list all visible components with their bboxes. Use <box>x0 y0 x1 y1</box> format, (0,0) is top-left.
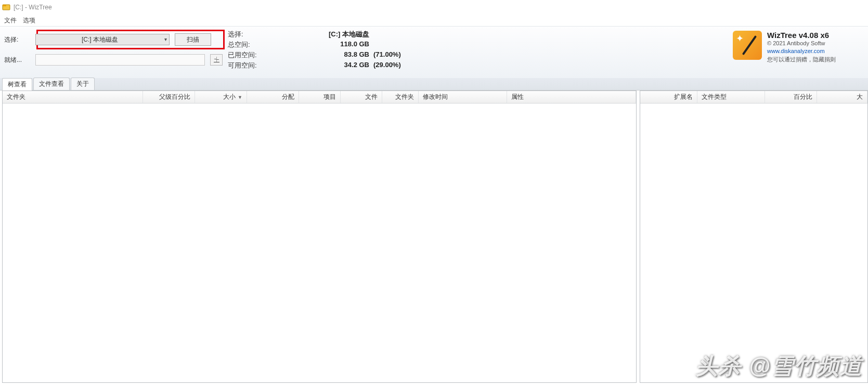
copyright-text: © 2021 Antibody Softw <box>767 40 836 47</box>
menu-bar: 文件 选项 <box>0 15 868 26</box>
top-toolbar: 选择: [C:] 本地磁盘 ▾ 扫描 就绪... ⏈ 选择: [C:] 本地磁盘… <box>0 26 868 78</box>
website-link[interactable]: www.diskanalyzer.com <box>767 47 836 55</box>
tree-body[interactable] <box>3 104 636 382</box>
info-select-k: 选择: <box>228 30 269 39</box>
info-select-v: [C:] 本地磁盘 <box>269 30 373 39</box>
tab-about[interactable]: 关于 <box>71 78 95 90</box>
drive-select-value: [C:] 本地磁盘 <box>82 35 118 44</box>
info-total-k: 总空间: <box>228 40 269 49</box>
col-alloc[interactable]: 分配 <box>247 91 299 103</box>
tab-file-view[interactable]: 文件查看 <box>33 78 70 90</box>
ready-label: 就绪... <box>4 56 30 65</box>
info-total-v: 118.0 GB <box>269 40 373 49</box>
col-parent-pct[interactable]: 父级百分比 <box>143 91 195 103</box>
svg-rect-1 <box>3 5 6 6</box>
window-title: [C:] - WizTree <box>14 4 52 11</box>
ext-panel: 扩展名 文件类型 百分比 大 <box>640 91 868 383</box>
col-folder[interactable]: 文件夹 <box>3 91 143 103</box>
col-pct[interactable]: 百分比 <box>765 91 817 103</box>
col-attrs[interactable]: 属性 <box>507 91 636 103</box>
wiztree-logo-icon <box>733 31 762 60</box>
view-tabs: 树查看 文件查看 关于 <box>0 78 868 91</box>
info-free-k: 可用空间: <box>228 61 269 70</box>
about-box: WizTree v4.08 x6 © 2021 Antibody Softw w… <box>733 30 868 63</box>
ext-column-headers: 扩展名 文件类型 百分比 大 <box>640 91 867 104</box>
col-size[interactable]: 大小▼ <box>195 91 247 103</box>
title-bar: [C:] - WizTree <box>0 0 868 15</box>
main-area: 文件夹 父级百分比 大小▼ 分配 项目 文件 文件夹 修改时间 属性 扩展名 文… <box>0 91 868 386</box>
col-type[interactable]: 文件类型 <box>697 91 765 103</box>
disk-info: 选择: [C:] 本地磁盘 总空间: 118.0 GB 已用空间: 83.8 G… <box>228 30 733 70</box>
info-used-k: 已用空间: <box>228 50 269 60</box>
info-free-p: (29.00%) <box>373 61 436 70</box>
info-free-v: 34.2 GB <box>269 61 373 70</box>
tree-panel: 文件夹 父级百分比 大小▼ 分配 项目 文件 文件夹 修改时间 属性 <box>2 91 637 383</box>
info-used-p: (71.00%) <box>373 50 436 60</box>
app-name-version: WizTree v4.08 x6 <box>767 31 836 40</box>
col-size2[interactable]: 大 <box>817 91 867 103</box>
filter-button[interactable]: ⏈ <box>210 54 223 66</box>
app-icon <box>2 3 10 11</box>
ext-body[interactable] <box>640 104 867 382</box>
col-folders[interactable]: 文件夹 <box>382 91 419 103</box>
filter-icon: ⏈ <box>214 57 219 63</box>
sort-desc-icon: ▼ <box>238 95 242 100</box>
col-mtime[interactable]: 修改时间 <box>419 91 507 103</box>
status-box <box>35 54 205 66</box>
tab-tree-view[interactable]: 树查看 <box>2 78 32 91</box>
tree-column-headers: 文件夹 父级百分比 大小▼ 分配 项目 文件 文件夹 修改时间 属性 <box>3 91 636 104</box>
menu-options[interactable]: 选项 <box>23 16 35 25</box>
menu-file[interactable]: 文件 <box>4 16 17 25</box>
select-label: 选择: <box>4 35 30 44</box>
chevron-down-icon: ▾ <box>164 36 167 42</box>
col-files[interactable]: 文件 <box>341 91 382 103</box>
drive-select[interactable]: [C:] 本地磁盘 ▾ <box>35 34 170 45</box>
scan-button[interactable]: 扫描 <box>175 33 211 46</box>
info-used-v: 83.8 GB <box>269 50 373 60</box>
col-ext[interactable]: 扩展名 <box>640 91 697 103</box>
donate-text: 您可以通过捐赠，隐藏捐则 <box>767 56 836 63</box>
col-items[interactable]: 项目 <box>299 91 341 103</box>
